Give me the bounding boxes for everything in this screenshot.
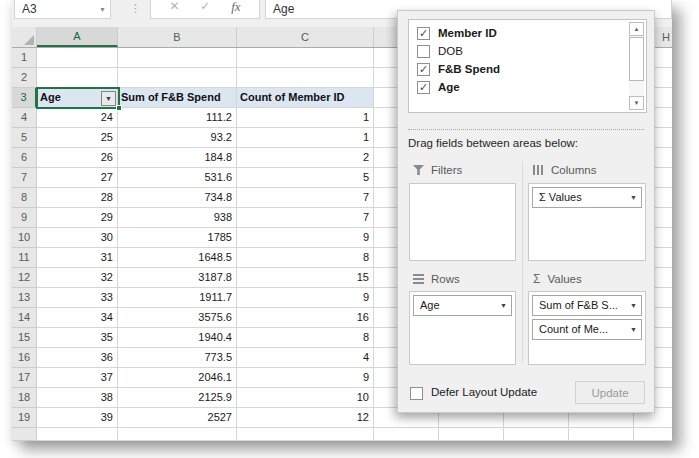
cell-A15[interactable]: 35	[37, 328, 118, 348]
field-pill-rows[interactable]: Age▼	[413, 295, 512, 316]
field-item-dob[interactable]: DOB	[409, 42, 627, 60]
row-header-18[interactable]: 18	[12, 388, 37, 408]
cell-C3[interactable]: Count of Member ID	[237, 88, 374, 108]
row-header-7[interactable]: 7	[12, 168, 37, 188]
cell-A7[interactable]: 27	[37, 168, 118, 188]
cell-A1[interactable]	[37, 48, 118, 68]
cell-C7[interactable]: 5	[237, 168, 374, 188]
row-header-8[interactable]: 8	[12, 188, 37, 208]
row-header-partial[interactable]	[12, 428, 37, 441]
field-pill-columns[interactable]: Σ Values▼	[532, 187, 642, 208]
cell-A19[interactable]: 39	[37, 408, 118, 428]
cell-B19[interactable]: 2527	[118, 408, 237, 428]
filters-drop-area[interactable]	[409, 183, 516, 261]
row-header-16[interactable]: 16	[12, 348, 37, 368]
cell-C10[interactable]: 9	[237, 228, 374, 248]
defer-layout-checkbox[interactable]	[410, 387, 423, 400]
pill-dropdown-icon[interactable]: ▼	[500, 296, 507, 315]
cell-A4[interactable]: 24	[37, 108, 118, 128]
cell-C4[interactable]: 1	[237, 108, 374, 128]
row-header-11[interactable]: 11	[12, 248, 37, 268]
cell-C18[interactable]: 10	[237, 388, 374, 408]
cell-B5[interactable]: 93.2	[118, 128, 237, 148]
column-header-C[interactable]: C	[237, 27, 374, 47]
field-item-member-id[interactable]: ✓Member ID	[409, 24, 627, 42]
field-pill-values[interactable]: Sum of F&B S...▼	[532, 295, 642, 316]
select-all-button[interactable]	[12, 27, 37, 47]
cell-Fx[interactable]	[504, 428, 569, 441]
row-header-2[interactable]: 2	[12, 68, 37, 88]
checked-checkbox[interactable]: ✓	[417, 81, 430, 94]
pill-dropdown-icon[interactable]: ▼	[630, 188, 637, 207]
cell-A13[interactable]: 33	[37, 288, 118, 308]
cell-A8[interactable]: 28	[37, 188, 118, 208]
cell-C11[interactable]: 8	[237, 248, 374, 268]
cell-Bx[interactable]	[118, 428, 237, 441]
cell-B9[interactable]: 938	[118, 208, 237, 228]
cell-B3[interactable]: Sum of F&B Spend	[118, 88, 237, 108]
cell-A5[interactable]: 25	[37, 128, 118, 148]
cell-B11[interactable]: 1648.5	[118, 248, 237, 268]
cell-C13[interactable]: 9	[237, 288, 374, 308]
cell-B13[interactable]: 1911.7	[118, 288, 237, 308]
cell-B10[interactable]: 1785	[118, 228, 237, 248]
checked-checkbox[interactable]: ✓	[417, 27, 430, 40]
unchecked-checkbox[interactable]	[417, 45, 430, 58]
cell-Dx[interactable]	[374, 428, 439, 441]
fill-handle[interactable]	[116, 105, 122, 111]
row-header-4[interactable]: 4	[12, 108, 37, 128]
cell-A14[interactable]: 34	[37, 308, 118, 328]
cell-A10[interactable]: 30	[37, 228, 118, 248]
field-list-scrollbar[interactable]: ▲ ▼	[629, 22, 644, 110]
field-item-f-b-spend[interactable]: ✓F&B Spend	[409, 60, 627, 78]
cell-A18[interactable]: 38	[37, 388, 118, 408]
cell-A17[interactable]: 37	[37, 368, 118, 388]
cell-A16[interactable]: 36	[37, 348, 118, 368]
cell-A9[interactable]: 29	[37, 208, 118, 228]
name-box-dropdown-icon[interactable]: ▼	[99, 0, 106, 24]
cell-B17[interactable]: 2046.1	[118, 368, 237, 388]
checked-checkbox[interactable]: ✓	[417, 63, 430, 76]
cancel-icon[interactable]: ✕	[169, 0, 179, 21]
cell-B15[interactable]: 1940.4	[118, 328, 237, 348]
row-header-6[interactable]: 6	[12, 148, 37, 168]
cell-C16[interactable]: 4	[237, 348, 374, 368]
row-header-14[interactable]: 14	[12, 308, 37, 328]
row-header-3[interactable]: 3	[12, 88, 37, 108]
cell-B8[interactable]: 734.8	[118, 188, 237, 208]
cell-C8[interactable]: 7	[237, 188, 374, 208]
cell-Ex[interactable]	[439, 428, 504, 441]
column-header-A[interactable]: A	[37, 27, 118, 47]
filter-dropdown-button[interactable]: ▼	[101, 91, 116, 106]
field-item-age[interactable]: ✓Age	[409, 78, 627, 96]
cell-C9[interactable]: 7	[237, 208, 374, 228]
cell-C1[interactable]	[237, 48, 374, 68]
cell-Ax[interactable]	[37, 428, 118, 441]
cell-C6[interactable]: 2	[237, 148, 374, 168]
pill-dropdown-icon[interactable]: ▼	[630, 320, 637, 339]
row-header-13[interactable]: 13	[12, 288, 37, 308]
name-box[interactable]: A3 ▼	[14, 0, 111, 19]
values-drop-area[interactable]: Sum of F&B S...▼Count of Me...▼	[528, 291, 646, 365]
scroll-down-button[interactable]: ▼	[629, 96, 644, 110]
cell-Gx[interactable]	[569, 428, 634, 441]
cell-Hx[interactable]	[634, 428, 672, 441]
insert-function-icon[interactable]: fx	[231, 0, 240, 21]
row-header-5[interactable]: 5	[12, 128, 37, 148]
cell-C12[interactable]: 15	[237, 268, 374, 288]
column-header-B[interactable]: B	[118, 27, 237, 47]
cell-B16[interactable]: 773.5	[118, 348, 237, 368]
cell-C2[interactable]	[237, 68, 374, 88]
cell-C17[interactable]: 9	[237, 368, 374, 388]
field-pill-values[interactable]: Count of Me...▼	[532, 319, 642, 340]
row-header-12[interactable]: 12	[12, 268, 37, 288]
cell-B18[interactable]: 2125.9	[118, 388, 237, 408]
cell-C5[interactable]: 1	[237, 128, 374, 148]
row-header-1[interactable]: 1	[12, 48, 37, 68]
cell-B6[interactable]: 184.8	[118, 148, 237, 168]
row-header-10[interactable]: 10	[12, 228, 37, 248]
cell-C15[interactable]: 8	[237, 328, 374, 348]
cell-B2[interactable]	[118, 68, 237, 88]
cell-B12[interactable]: 3187.8	[118, 268, 237, 288]
pill-dropdown-icon[interactable]: ▼	[630, 296, 637, 315]
